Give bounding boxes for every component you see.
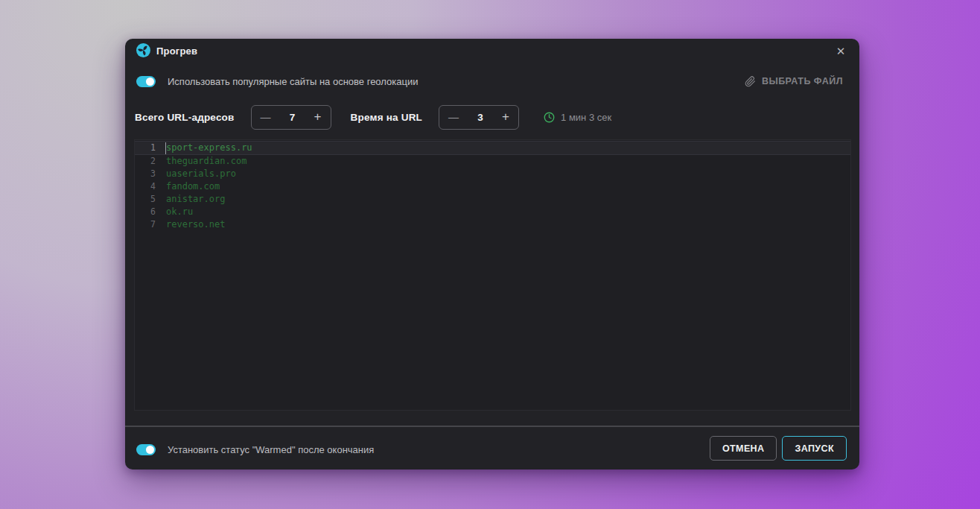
url-text: ok.ru: [166, 206, 193, 218]
editor-line: 1 sport-express.ru: [135, 141, 850, 155]
line-number: 3: [135, 168, 156, 180]
line-number: 2: [135, 155, 156, 168]
total-urls-stepper: — 7 +: [251, 105, 331, 130]
time-per-url-decrement-button[interactable]: —: [448, 111, 459, 123]
text-cursor: [165, 142, 166, 154]
line-number: 5: [135, 193, 156, 206]
toggle-knob: [146, 78, 154, 86]
warmed-status-toggle-label: Установить статус "Warmed" после окончан…: [168, 444, 374, 455]
time-per-url-label: Время на URL: [351, 112, 423, 123]
url-text: fandom.com: [166, 180, 220, 193]
line-number: 7: [135, 218, 156, 231]
url-text: uaserials.pro: [166, 168, 236, 180]
paperclip-icon: [745, 76, 756, 87]
url-list-editor[interactable]: 1 sport-express.ru 2 theguardian.com 3 u…: [134, 139, 851, 411]
titlebar: Прогрев ✕: [125, 39, 859, 66]
editor-line: 4 fandom.com: [135, 180, 850, 193]
time-per-url-value[interactable]: 3: [477, 112, 483, 123]
editor-line: 5 anistar.org: [135, 193, 850, 206]
line-number: 1: [135, 142, 156, 154]
line-number: 4: [135, 180, 156, 193]
time-per-url-stepper: — 3 +: [439, 105, 519, 130]
start-button[interactable]: ЗАПУСК: [782, 436, 847, 461]
cancel-button[interactable]: ОТМЕНА: [710, 436, 777, 461]
total-urls-value[interactable]: 7: [290, 112, 296, 123]
window-title: Прогрев: [156, 45, 197, 57]
editor-line: 6 ok.ru: [135, 206, 850, 218]
toggle-knob: [146, 446, 154, 454]
app-logo-icon: [136, 43, 150, 57]
url-text: sport-express.ru: [166, 142, 252, 154]
total-urls-label: Всего URL-адресов: [135, 112, 235, 123]
url-text: anistar.org: [166, 193, 225, 206]
warmed-status-toggle[interactable]: [136, 444, 156, 455]
estimated-time: 1 мин 3 сек: [544, 112, 611, 123]
choose-file-label: ВЫБРАТЬ ФАЙЛ: [762, 76, 843, 86]
choose-file-button[interactable]: ВЫБРАТЬ ФАЙЛ: [745, 74, 843, 89]
editor-line: 2 theguardian.com: [135, 155, 850, 168]
line-number: 6: [135, 206, 156, 218]
warmup-dialog: Прогрев ✕ Использовать популярные сайты …: [125, 39, 859, 470]
url-text: theguardian.com: [166, 155, 246, 168]
clock-icon: [544, 112, 555, 123]
editor-line: 7 reverso.net: [135, 218, 850, 231]
url-text: reverso.net: [166, 218, 225, 231]
close-icon[interactable]: ✕: [832, 42, 850, 60]
editor-line: 3 uaserials.pro: [135, 168, 850, 180]
geo-sites-toggle-label: Использовать популярные сайты на основе …: [168, 76, 418, 87]
geo-sites-toggle[interactable]: [136, 76, 156, 87]
total-urls-increment-button[interactable]: +: [314, 110, 322, 124]
footer-divider: [125, 426, 859, 427]
total-urls-decrement-button[interactable]: —: [261, 111, 271, 123]
estimated-time-label: 1 мин 3 сек: [561, 112, 611, 123]
time-per-url-increment-button[interactable]: +: [502, 110, 509, 124]
